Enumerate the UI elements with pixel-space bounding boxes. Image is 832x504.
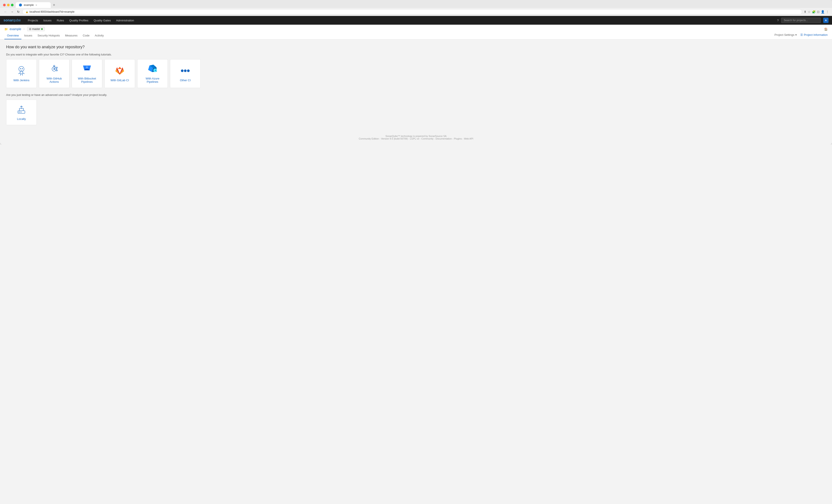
project-right-actions: Project Settings ▾ ☰ Project Information bbox=[775, 33, 828, 37]
ci-section-desc: Do you want to integrate with your favor… bbox=[6, 53, 826, 56]
app-content: sonarqube Projects Issues Rules Quality … bbox=[0, 16, 832, 144]
share-button[interactable]: ⬆ bbox=[804, 10, 806, 14]
nav-projects[interactable]: Projects bbox=[25, 16, 41, 25]
azure-card[interactable]: ✦ With Azure Pipelines bbox=[137, 59, 168, 88]
profile-button[interactable]: 👤 bbox=[821, 10, 825, 14]
nav-quality-profiles[interactable]: Quality Profiles bbox=[67, 16, 91, 25]
github-actions-card[interactable]: With GitHub Actions bbox=[39, 59, 70, 88]
extension-button[interactable]: 🧩 bbox=[812, 10, 815, 14]
help-icon[interactable]: ? bbox=[777, 19, 779, 22]
svg-point-20 bbox=[181, 70, 184, 72]
footer-powered-by: SonarQube™ technology is powered by Sona… bbox=[4, 135, 828, 137]
project-folder-icon: 📁 bbox=[4, 28, 8, 31]
app-footer: SonarQube™ technology is powered by Sona… bbox=[0, 130, 832, 144]
locally-label: Locally bbox=[17, 117, 26, 121]
footer-documentation-link[interactable]: Documentation bbox=[436, 137, 452, 140]
branch-icon bbox=[29, 28, 31, 30]
svg-point-30 bbox=[19, 112, 20, 112]
svg-text:✦: ✦ bbox=[154, 69, 156, 72]
tab-favicon: 🔵 bbox=[19, 3, 22, 6]
star-icon[interactable]: ☆ bbox=[23, 28, 25, 31]
locally-icon bbox=[16, 104, 27, 115]
minimize-window-button[interactable] bbox=[7, 4, 9, 6]
footer-version: Version 9.5 (build 56709) bbox=[381, 137, 408, 140]
sidebar-button[interactable]: ⊡ bbox=[817, 10, 820, 14]
chevron-down-icon: ▾ bbox=[795, 33, 797, 36]
footer-web-api-link[interactable]: Web API bbox=[464, 137, 473, 140]
main-content: How do you want to analyze your reposito… bbox=[0, 39, 832, 130]
tab-issues[interactable]: Issues bbox=[21, 32, 35, 39]
locally-card[interactable]: Locally bbox=[6, 100, 37, 125]
tab-overview[interactable]: Overview bbox=[4, 32, 21, 39]
maximize-window-button[interactable] bbox=[11, 4, 14, 6]
jenkins-card[interactable]: With Jenkins bbox=[6, 59, 37, 88]
info-icon: ☰ bbox=[800, 33, 803, 36]
footer-community-link[interactable]: Community bbox=[421, 137, 434, 140]
user-avatar[interactable]: A bbox=[823, 18, 829, 23]
tab-close-button[interactable]: ✕ bbox=[35, 4, 37, 6]
reload-button[interactable]: ↻ bbox=[16, 9, 21, 14]
github-actions-label: With GitHub Actions bbox=[43, 77, 66, 83]
browser-titlebar: 🔵 example ✕ + bbox=[0, 0, 832, 8]
window-controls bbox=[3, 4, 14, 6]
footer-edition: Community Edition bbox=[359, 137, 379, 140]
svg-point-2 bbox=[19, 67, 24, 72]
local-cards-row: Locally bbox=[6, 100, 826, 125]
new-tab-button[interactable]: + bbox=[53, 3, 55, 7]
branch-badge: master bbox=[27, 27, 45, 31]
other-ci-label: Other CI bbox=[180, 79, 190, 82]
browser-window: 🔵 example ✕ + ← → ↻ 🔒 localhost:9000/das… bbox=[0, 0, 832, 144]
svg-line-29 bbox=[21, 106, 23, 107]
other-ci-card[interactable]: Other CI bbox=[170, 59, 201, 88]
svg-point-11 bbox=[54, 68, 55, 70]
project-header: 📁 example ☆ master 🏠 Overview Issues Sec… bbox=[0, 25, 832, 39]
tab-activity[interactable]: Activity bbox=[92, 32, 106, 39]
footer-plugins-link[interactable]: Plugins bbox=[454, 137, 462, 140]
bookmark-button[interactable]: ☆ bbox=[808, 10, 811, 14]
other-ci-icon bbox=[180, 65, 190, 76]
back-button[interactable]: ← bbox=[3, 9, 8, 14]
project-name[interactable]: example bbox=[9, 27, 21, 31]
nav-administration[interactable]: Administration bbox=[113, 16, 136, 25]
tab-title: example bbox=[24, 3, 34, 6]
search-input[interactable] bbox=[781, 18, 821, 23]
tab-security-hotspots[interactable]: Security Hotspots bbox=[35, 32, 62, 39]
svg-point-4 bbox=[22, 68, 23, 69]
lock-icon: 🔒 bbox=[26, 11, 28, 13]
nav-rules[interactable]: Rules bbox=[54, 16, 67, 25]
gitlab-icon bbox=[114, 65, 125, 76]
browser-tab[interactable]: 🔵 example ✕ bbox=[16, 2, 51, 8]
bitbucket-label: With Bitbucket Pipelines bbox=[75, 77, 99, 83]
info-label: Project Information bbox=[804, 33, 828, 36]
address-bar[interactable]: 🔒 localhost:9000/dashboard?id=example bbox=[22, 9, 802, 15]
forward-button[interactable]: → bbox=[9, 9, 15, 14]
footer-separator-5: - bbox=[452, 137, 454, 140]
nav-quality-gates[interactable]: Quality Gates bbox=[91, 16, 113, 25]
project-info-button[interactable]: ☰ Project Information bbox=[800, 33, 828, 36]
close-window-button[interactable] bbox=[3, 4, 6, 6]
branch-status-dot bbox=[41, 28, 43, 30]
nav-issues[interactable]: Issues bbox=[41, 16, 54, 25]
azure-icon: ✦ bbox=[147, 64, 158, 74]
gitlab-label: With GitLab CI bbox=[110, 79, 129, 82]
svg-point-3 bbox=[20, 68, 21, 69]
svg-line-8 bbox=[20, 74, 21, 76]
svg-line-25 bbox=[23, 108, 24, 111]
tab-code[interactable]: Code bbox=[80, 32, 92, 39]
bitbucket-card[interactable]: With Bitbucket Pipelines bbox=[72, 59, 102, 88]
svg-line-24 bbox=[19, 108, 20, 111]
sonarqube-logo: sonarqube bbox=[3, 18, 21, 22]
jenkins-icon bbox=[16, 65, 27, 76]
svg-line-7 bbox=[23, 73, 24, 74]
browser-extension-actions: ⬆ ☆ 🧩 ⊡ 👤 ⋮ bbox=[804, 10, 829, 14]
logo-text: sonarqube bbox=[3, 18, 21, 22]
home-button[interactable]: 🏠 bbox=[824, 28, 828, 31]
gitlab-card[interactable]: With GitLab CI bbox=[104, 59, 135, 88]
project-settings-button[interactable]: Project Settings ▾ bbox=[775, 33, 797, 36]
github-actions-icon bbox=[49, 64, 59, 74]
tab-measures[interactable]: Measures bbox=[62, 32, 80, 39]
jenkins-label: With Jenkins bbox=[13, 79, 29, 82]
menu-button[interactable]: ⋮ bbox=[826, 10, 829, 14]
svg-line-16 bbox=[55, 68, 56, 69]
svg-point-22 bbox=[187, 70, 190, 72]
